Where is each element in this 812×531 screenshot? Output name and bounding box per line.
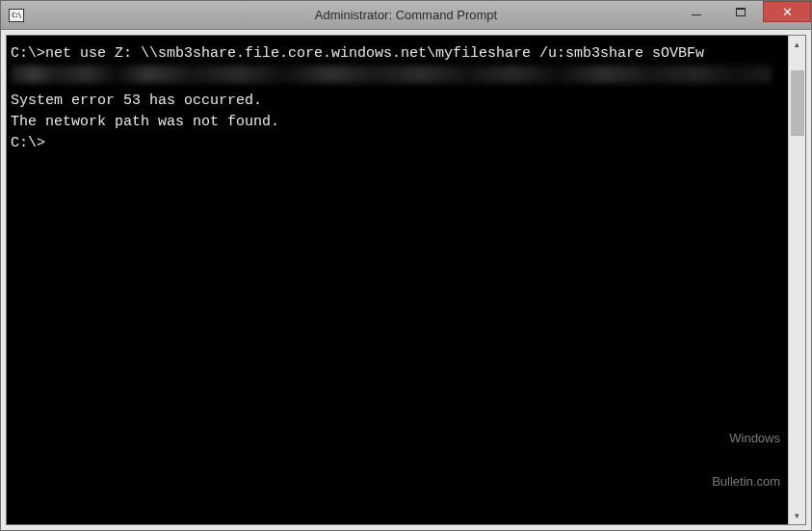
watermark: Windows Bulletin.com [712,404,780,519]
close-button[interactable]: ✕ [763,1,811,22]
scroll-up-button[interactable]: ▴ [789,36,805,53]
terminal-wrapper: C:\>net use Z: \\smb3share.file.core.win… [6,35,806,525]
minimize-icon [692,14,701,15]
cmd-icon: C:\ [9,9,24,22]
titlebar[interactable]: C:\ Administrator: Command Prompt ✕ [1,1,811,30]
close-icon: ✕ [782,6,793,18]
minimize-button[interactable] [674,1,719,22]
command-prompt-window: C:\ Administrator: Command Prompt ✕ C:\>… [0,0,812,531]
client-area: C:\>net use Z: \\smb3share.file.core.win… [1,30,811,530]
scroll-thumb[interactable] [791,70,804,136]
terminal-error-line: The network path was not found. [11,112,784,133]
terminal-prompt: C:\> [11,133,784,154]
terminal-error-line: System error 53 has occurred. [11,91,784,112]
maximize-icon [736,8,746,16]
scroll-down-button[interactable]: ▾ [789,507,805,524]
maximize-button[interactable] [719,1,763,22]
redacted-password-line [11,66,772,83]
window-controls: ✕ [674,1,811,29]
terminal-command-line: C:\>net use Z: \\smb3share.file.core.win… [11,43,784,65]
chevron-down-icon: ▾ [795,511,799,520]
window-title: Administrator: Command Prompt [315,8,497,22]
watermark-line: Bulletin.com [712,475,780,490]
vertical-scrollbar[interactable]: ▴ ▾ [788,36,805,524]
watermark-line: Windows [712,432,780,446]
terminal-output[interactable]: C:\>net use Z: \\smb3share.file.core.win… [7,36,788,524]
chevron-up-icon: ▴ [795,40,799,49]
